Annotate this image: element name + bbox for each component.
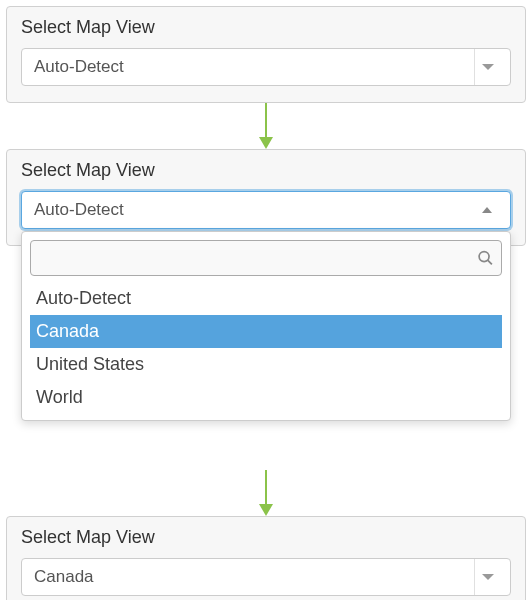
svg-line-1	[488, 260, 492, 264]
dropdown-option-united-states[interactable]: United States	[30, 348, 502, 381]
dropdown-option-auto-detect[interactable]: Auto-Detect	[30, 282, 502, 315]
map-view-panel-open: Select Map View Auto-Detect Auto-Detect …	[6, 149, 526, 246]
chevron-down-icon	[474, 559, 500, 595]
flow-arrow-icon	[6, 470, 526, 516]
chevron-up-icon	[474, 192, 500, 228]
search-icon	[477, 250, 494, 267]
select-value: Auto-Detect	[34, 57, 124, 77]
panel-label: Select Map View	[21, 160, 511, 181]
panel-label: Select Map View	[21, 17, 511, 38]
map-view-select[interactable]: Canada	[21, 558, 511, 596]
select-value: Canada	[34, 567, 94, 587]
dropdown-search-input[interactable]	[30, 240, 502, 276]
chevron-down-icon	[474, 49, 500, 85]
dropdown-option-world[interactable]: World	[30, 381, 502, 414]
panel-label: Select Map View	[21, 527, 511, 548]
map-view-panel-result: Select Map View Canada	[6, 516, 526, 600]
flow-arrow-icon	[6, 103, 526, 149]
map-view-dropdown: Auto-Detect Canada United States World	[21, 231, 511, 421]
map-view-select[interactable]: Auto-Detect	[21, 48, 511, 86]
dropdown-option-canada[interactable]: Canada	[30, 315, 502, 348]
svg-point-0	[479, 252, 489, 262]
map-view-select-expanded[interactable]: Auto-Detect	[21, 191, 511, 229]
select-value: Auto-Detect	[34, 200, 124, 220]
map-view-panel-closed: Select Map View Auto-Detect	[6, 6, 526, 103]
